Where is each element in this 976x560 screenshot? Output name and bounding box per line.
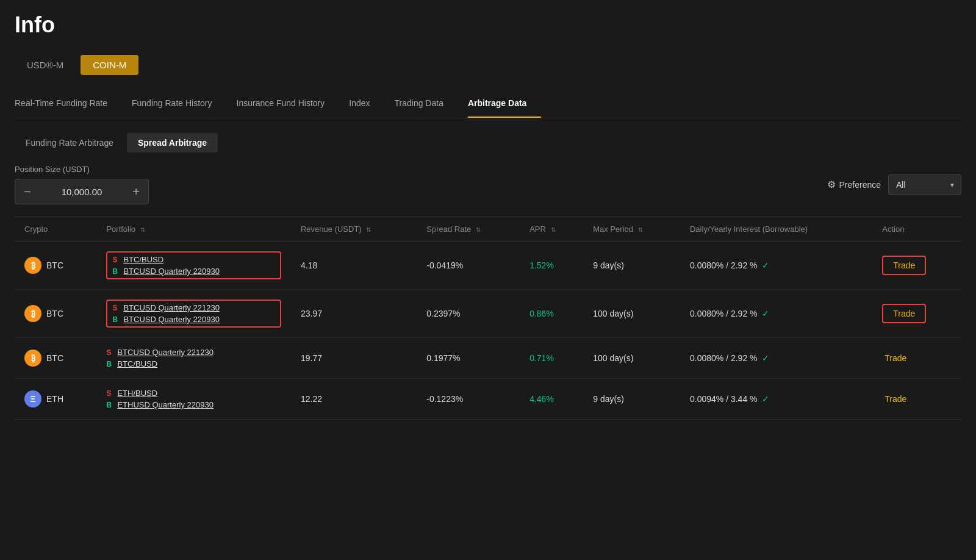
sell-badge: S xyxy=(112,256,120,264)
action-cell: Trade xyxy=(872,242,961,290)
sell-pair-link[interactable]: BTCUSD Quarterly 221230 xyxy=(123,303,220,312)
max-period-cell: 100 day(s) xyxy=(583,338,680,379)
crypto-cell: ₿BTC xyxy=(15,242,96,290)
buy-badge: B xyxy=(106,360,113,368)
apr-cell: 0.71% xyxy=(520,338,583,379)
page-title: Info xyxy=(15,12,961,38)
spread-rate-sort-icon: ⇅ xyxy=(476,226,481,233)
col-max-period[interactable]: Max Period ⇅ xyxy=(583,217,680,242)
check-icon: ✓ xyxy=(762,309,769,318)
max-period-sort-icon: ⇅ xyxy=(638,226,643,233)
apr-cell: 0.86% xyxy=(520,290,583,338)
crypto-cell: ₿BTC xyxy=(15,338,96,379)
preference-icon: ⚙ xyxy=(827,179,836,190)
daily-yearly-cell: 0.0080% / 2.92 % ✓ xyxy=(680,242,872,290)
nav-tab-group: Real-Time Funding Rate Funding Rate Hist… xyxy=(15,92,961,118)
buy-pair-link[interactable]: BTC/BUSD xyxy=(117,359,157,368)
buy-pair-link[interactable]: ETHUSD Quarterly 220930 xyxy=(117,400,214,409)
table-row: ΞETHSETH/BUSDBETHUSD Quarterly 22093012.… xyxy=(15,379,961,420)
controls-row: Position Size (USDT) − 10,000.00 + ⚙ Pre… xyxy=(15,165,961,204)
apr-cell: 1.52% xyxy=(520,242,583,290)
col-apr[interactable]: APR ⇅ xyxy=(520,217,583,242)
position-decrement-button[interactable]: − xyxy=(15,179,40,204)
btc-icon: ₿ xyxy=(24,350,41,367)
preference-button[interactable]: ⚙ Preference xyxy=(827,179,881,190)
max-period-cell: 9 day(s) xyxy=(583,379,680,420)
tab-trading-data[interactable]: Trading Data xyxy=(395,92,458,118)
sell-pair-link[interactable]: BTC/BUSD xyxy=(123,255,163,264)
apr-cell: 4.46% xyxy=(520,379,583,420)
tab-insurance-history[interactable]: Insurance Fund History xyxy=(237,92,340,118)
position-input-row: − 10,000.00 + xyxy=(15,179,149,204)
crypto-label: BTC xyxy=(46,309,63,318)
sell-badge: S xyxy=(106,389,113,398)
buy-pair-link[interactable]: BTCUSD Quarterly 220930 xyxy=(123,267,220,276)
daily-yearly-cell: 0.0080% / 2.92 % ✓ xyxy=(680,338,872,379)
sub-tab-spread-arb[interactable]: Spread Arbitrage xyxy=(127,133,218,153)
apr-sort-icon: ⇅ xyxy=(551,226,556,233)
revenue-cell: 12.22 xyxy=(291,379,417,420)
position-value: 10,000.00 xyxy=(40,187,124,197)
spread-rate-cell: -0.0419% xyxy=(417,242,520,290)
spread-rate-cell: -0.1223% xyxy=(417,379,520,420)
col-action: Action xyxy=(872,217,961,242)
tab-realtime[interactable]: Real-Time Funding Rate xyxy=(15,92,122,118)
portfolio-sort-icon: ⇅ xyxy=(140,226,145,233)
max-period-cell: 9 day(s) xyxy=(583,242,680,290)
sub-tab-group: Funding Rate Arbitrage Spread Arbitrage xyxy=(15,133,961,153)
spread-rate-cell: 0.2397% xyxy=(417,290,520,338)
arbitrage-table: Crypto Portfolio ⇅ Revenue (USDT) ⇅ Spre… xyxy=(15,217,961,420)
tab-index[interactable]: Index xyxy=(349,92,384,118)
sell-pair-link[interactable]: ETH/BUSD xyxy=(117,389,157,398)
action-cell: Trade xyxy=(872,338,961,379)
tab-arbitrage-data[interactable]: Arbitrage Data xyxy=(468,92,541,118)
filter-select-wrapper: All BTC ETH BNB XRP xyxy=(888,174,961,195)
sell-pair-link[interactable]: BTCUSD Quarterly 221230 xyxy=(117,348,214,357)
col-revenue[interactable]: Revenue (USDT) ⇅ xyxy=(291,217,417,242)
sub-tab-funding-arb[interactable]: Funding Rate Arbitrage xyxy=(15,133,124,153)
daily-yearly-cell: 0.0094% / 3.44 % ✓ xyxy=(680,379,872,420)
check-icon: ✓ xyxy=(762,260,769,270)
buy-badge: B xyxy=(112,315,120,324)
revenue-sort-icon: ⇅ xyxy=(366,226,371,233)
btc-icon: ₿ xyxy=(24,305,41,322)
trade-button[interactable]: Trade xyxy=(882,390,909,407)
crypto-cell: ΞETH xyxy=(15,379,96,420)
table-row: ₿BTCSBTCUSD Quarterly 221230BBTC/BUSD19.… xyxy=(15,338,961,379)
position-increment-button[interactable]: + xyxy=(124,179,148,204)
eth-icon: Ξ xyxy=(24,390,41,407)
crypto-label: BTC xyxy=(46,260,63,270)
sell-badge: S xyxy=(112,304,120,312)
max-period-cell: 100 day(s) xyxy=(583,290,680,338)
trade-button[interactable]: Trade xyxy=(882,350,909,367)
btc-icon: ₿ xyxy=(24,257,41,274)
buy-badge: B xyxy=(112,267,120,276)
portfolio-cell: SBTC/BUSDBBTCUSD Quarterly 220930 xyxy=(96,242,291,290)
table-row: ₿BTCSBTC/BUSDBBTCUSD Quarterly 2209304.1… xyxy=(15,242,961,290)
revenue-cell: 19.77 xyxy=(291,338,417,379)
check-icon: ✓ xyxy=(762,394,769,404)
revenue-cell: 23.97 xyxy=(291,290,417,338)
market-tab-coinm[interactable]: COIN-M xyxy=(81,55,138,75)
trade-button[interactable]: Trade xyxy=(882,256,926,275)
preference-label: Preference xyxy=(839,180,881,190)
filter-select[interactable]: All BTC ETH BNB XRP xyxy=(888,174,961,195)
crypto-label: ETH xyxy=(46,394,63,404)
revenue-cell: 4.18 xyxy=(291,242,417,290)
buy-badge: B xyxy=(106,401,113,409)
position-section: Position Size (USDT) − 10,000.00 + xyxy=(15,165,149,204)
market-tab-usdm[interactable]: USD®-M xyxy=(15,55,76,75)
action-cell: Trade xyxy=(872,379,961,420)
tab-funding-history[interactable]: Funding Rate History xyxy=(132,92,227,118)
col-spread-rate[interactable]: Spread Rate ⇅ xyxy=(417,217,520,242)
check-icon: ✓ xyxy=(762,353,769,363)
buy-pair-link[interactable]: BTCUSD Quarterly 220930 xyxy=(123,315,220,324)
crypto-label: BTC xyxy=(46,353,63,363)
trade-button[interactable]: Trade xyxy=(882,304,926,323)
crypto-cell: ₿BTC xyxy=(15,290,96,338)
position-label: Position Size (USDT) xyxy=(15,165,149,174)
daily-yearly-cell: 0.0080% / 2.92 % ✓ xyxy=(680,290,872,338)
col-portfolio[interactable]: Portfolio ⇅ xyxy=(96,217,291,242)
right-controls: ⚙ Preference All BTC ETH BNB XRP xyxy=(827,174,961,195)
spread-rate-cell: 0.1977% xyxy=(417,338,520,379)
